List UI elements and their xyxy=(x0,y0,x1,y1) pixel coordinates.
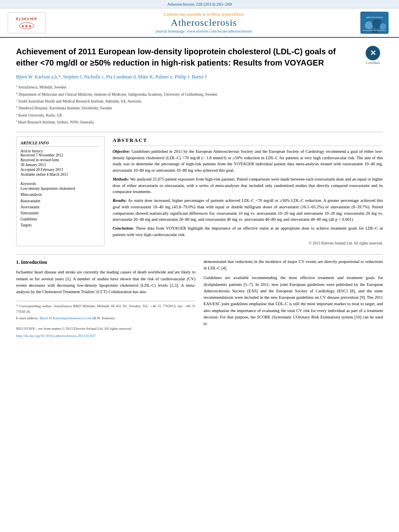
journal-title: Atherosclerosis xyxy=(51,17,356,28)
authors-text: Björn W. Karlson a,b,*, Stephen J. Nicho… xyxy=(16,74,207,80)
objective-label: Objective: xyxy=(113,149,130,154)
svg-point-8 xyxy=(380,23,386,30)
affiliations: a AstraZeneca, Mölndal, Sweden b Departm… xyxy=(16,84,383,125)
kw-3: Atorvastatin xyxy=(21,204,100,210)
affil-c: c South Australian Health and Medical Re… xyxy=(16,98,383,105)
article-title: Achievement of 2011 European low-density… xyxy=(16,46,359,68)
svg-text:ELSEVIER: ELSEVIER xyxy=(16,17,37,21)
affil-e: e Keele University, Keele, UK xyxy=(16,112,383,119)
article-history-label: Article history: xyxy=(21,149,100,153)
sciverse-line: Contents lists available at SciVerse Sci… xyxy=(51,12,356,16)
abstract-copyright: © 2013 Elsevier Ireland Ltd. All rights … xyxy=(113,240,383,246)
issn-text: 0021-9150/$ – see front matter © 2013 El… xyxy=(16,326,195,332)
affil-b: b Department of Molecular and Clinical M… xyxy=(16,91,383,98)
kw-0: Low-density lipoprotein cholesterol xyxy=(21,186,100,192)
issn-area: 0021-9150/$ – see front matter © 2013 El… xyxy=(16,324,195,339)
journal-url: www.elsevier.com/locate/atherosclerosis xyxy=(187,29,252,33)
keywords-label: Keywords: xyxy=(21,182,100,186)
footnote-email-address: Bjorn.W.Karlson@astrazeneca.com xyxy=(39,316,91,320)
footnote-corresponding: * Corresponding author. AstraZeneca R&D … xyxy=(16,304,195,315)
kw-6: Targets xyxy=(21,222,100,228)
conclusion-label: Conclusion: xyxy=(113,226,134,230)
affil-d: d Danderyd Hospital, Karolinska Institut… xyxy=(16,105,383,111)
kw-4: Simvastatin xyxy=(21,210,100,216)
abstract-title: ABSTRACT xyxy=(113,136,383,146)
intro-para2: demonstrated that reductions in the inci… xyxy=(204,259,383,272)
journal-logo: atherosclerosis ⬛ ⬛ xyxy=(356,12,393,34)
sciverse-name: SciVerse ScienceDirect xyxy=(207,12,244,16)
affil-a: a AstraZeneca, Mölndal, Sweden xyxy=(16,84,383,90)
elsevier-logo-box: ELSEVIER ◆ ◆ ◆ xyxy=(8,12,45,33)
svg-text:atherosclerosis: atherosclerosis xyxy=(366,16,383,19)
abstract-methods: Methods: We analysed 25,075 patient expo… xyxy=(113,176,383,195)
top-bar: Atherosclerosis 228 (2013) 265–269 xyxy=(0,0,399,8)
authors: Björn W. Karlson a,b,*, Stephen J. Nicho… xyxy=(16,73,383,81)
objective-text: Guidelines published in 2011 by the Euro… xyxy=(113,149,383,173)
footnote-area: * Corresponding author. AstraZeneca R&D … xyxy=(16,301,195,321)
svg-text:◆ ◆ ◆: ◆ ◆ ◆ xyxy=(21,25,31,27)
body-left: 1. Introduction Ischaemic heart disease … xyxy=(16,259,195,340)
crossmark: ✕ CrossMark xyxy=(363,46,383,65)
journal-header: ELSEVIER ◆ ◆ ◆ Contents lists available … xyxy=(0,8,399,38)
kw-5: Guidelines xyxy=(21,216,100,222)
received-revised-label: Received in revised form xyxy=(21,158,100,162)
article-info-panel: ARTICLE INFO Article history: Received 7… xyxy=(16,136,105,246)
footnote-email: E-mail address: Bjorn.W.Karlson@astrazen… xyxy=(16,316,195,321)
journal-logo-img: atherosclerosis ⬛ ⬛ xyxy=(360,12,389,34)
results-text: As statin dose increased, higher percent… xyxy=(113,198,383,222)
affil-f: f Heart Research Institute, Sydney, NSW,… xyxy=(16,119,383,125)
methods-text: We analysed 25,075 patient exposures fro… xyxy=(113,177,383,194)
received-revised-date: 30 January 2013 xyxy=(21,163,100,167)
doi-link[interactable]: http://dx.doi.org/10.1016/j.atherosclero… xyxy=(16,333,195,339)
available-date: Available online 4 March 2013 xyxy=(21,173,100,177)
abstract-conclusion: Conclusion: These data from VOYAGER high… xyxy=(113,225,383,238)
abstract-section: ABSTRACT Objective: Guidelines published… xyxy=(113,136,383,246)
citation-text: Atherosclerosis 228 (2013) 265–269 xyxy=(167,2,232,6)
svg-text:⬛ ⬛: ⬛ ⬛ xyxy=(371,31,378,33)
intro-heading: 1. Introduction xyxy=(16,259,195,266)
divider-1 xyxy=(16,132,383,132)
kw-2: Rosuvastatin xyxy=(21,198,100,204)
elsevier-logo: ELSEVIER ◆ ◆ ◆ xyxy=(6,12,47,33)
keywords-list: Low-density lipoprotein cholesterol Meta… xyxy=(21,186,100,228)
article-info-title: ARTICLE INFO xyxy=(21,141,100,147)
abstract-results: Results: As statin dose increased, highe… xyxy=(113,197,383,223)
journal-homepage: journal homepage: www.elsevier.com/locat… xyxy=(51,29,356,33)
svg-point-6 xyxy=(365,21,373,29)
results-label: Results: xyxy=(113,198,127,203)
body-two-col: 1. Introduction Ischaemic heart disease … xyxy=(16,259,383,340)
journal-center: Contents lists available at SciVerse Sci… xyxy=(51,12,356,33)
kw-1: Meta-analysis xyxy=(21,192,100,198)
intro-para1: Ischaemic heart disease and stroke are c… xyxy=(16,269,195,295)
crossmark-text: CrossMark xyxy=(366,61,380,65)
article-container: Achievement of 2011 European low-density… xyxy=(0,38,399,348)
accepted-date: Accepted 20 February 2013 xyxy=(21,168,100,172)
divider-2 xyxy=(16,254,383,255)
conclusion-text: These data from VOYAGER highlight the im… xyxy=(113,226,383,237)
article-title-area: Achievement of 2011 European low-density… xyxy=(16,46,383,68)
intro-para3: Guidelines are available recommending th… xyxy=(204,275,383,327)
body-right: demonstrated that reductions in the inci… xyxy=(204,259,383,340)
received-date: Received 7 November 2012 xyxy=(21,153,100,157)
abstract-objective: Objective: Guidelines published in 2011 … xyxy=(113,148,383,174)
crossmark-icon: ✕ xyxy=(366,46,380,60)
info-abstract-row: ARTICLE INFO Article history: Received 7… xyxy=(16,136,383,246)
methods-label: Methods: xyxy=(113,177,129,181)
